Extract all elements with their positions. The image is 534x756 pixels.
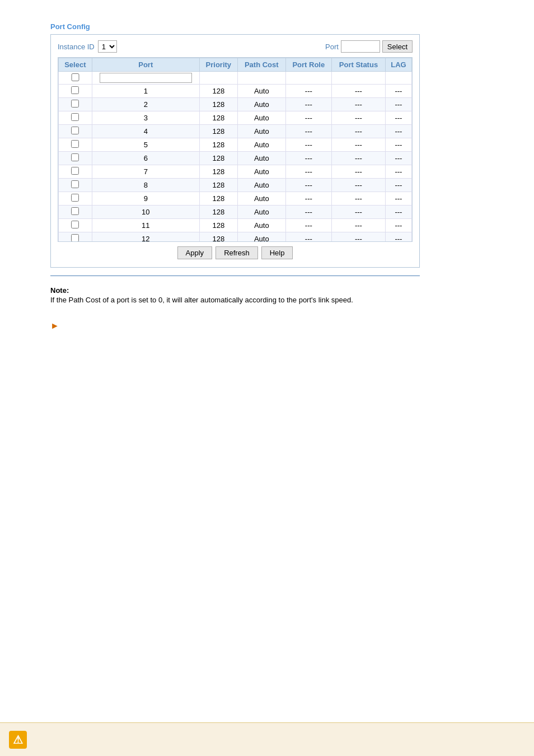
row-select-cell: [59, 192, 92, 206]
row-path-cost: Auto: [237, 179, 285, 192]
row-port-role: ---: [285, 219, 331, 232]
row-lag: ---: [385, 179, 411, 192]
refresh-button[interactable]: Refresh: [216, 246, 258, 259]
instance-id-select[interactable]: 1 2 3 4: [98, 40, 117, 53]
row-path-cost: Auto: [237, 125, 285, 138]
row-priority: 128: [199, 192, 237, 206]
row-port: 9: [92, 192, 199, 206]
row-lag: ---: [385, 85, 411, 98]
row-port-status: ---: [332, 206, 386, 219]
row-path-cost: Auto: [237, 111, 285, 125]
row-port-status: ---: [332, 152, 386, 165]
row-checkbox[interactable]: [71, 153, 79, 161]
table-body: 1 128 Auto --- --- --- 2 128 Auto --- --…: [59, 85, 412, 242]
row-select-cell: [59, 111, 92, 125]
row-path-cost: Auto: [237, 219, 285, 232]
row-path-cost: Auto: [237, 232, 285, 242]
col-header-port-status: Port Status: [332, 58, 386, 72]
row-priority: 128: [199, 165, 237, 179]
apply-button[interactable]: Apply: [177, 246, 213, 259]
note-text: If the Path Cost of a port is set to 0, …: [50, 296, 484, 304]
row-lag: ---: [385, 232, 411, 242]
row-select-cell: [59, 179, 92, 192]
row-port: 10: [92, 206, 199, 219]
row-port-role: ---: [285, 152, 331, 165]
instance-id-label: Instance ID: [58, 43, 95, 51]
warning-icon: ⚠: [9, 731, 27, 749]
row-port-role: ---: [285, 111, 331, 125]
row-select-cell: [59, 98, 92, 111]
row-priority: 128: [199, 206, 237, 219]
row-port: 5: [92, 138, 199, 152]
row-port-status: ---: [332, 219, 386, 232]
filter-port-input[interactable]: [100, 73, 192, 83]
row-select-cell: [59, 138, 92, 152]
row-port: 12: [92, 232, 199, 242]
table-row: 12 128 Auto --- --- ---: [59, 232, 412, 242]
table-row: 6 128 Auto --- --- ---: [59, 152, 412, 165]
row-select-cell: [59, 219, 92, 232]
table-row: 3 128 Auto --- --- ---: [59, 111, 412, 125]
row-port-role: ---: [285, 232, 331, 242]
row-port-status: ---: [332, 125, 386, 138]
chevron-right-icon: ►: [50, 321, 484, 331]
row-checkbox[interactable]: [71, 167, 79, 175]
row-checkbox[interactable]: [71, 207, 79, 215]
row-checkbox[interactable]: [71, 127, 79, 134]
action-row: Apply Refresh Help: [58, 246, 413, 259]
row-port: 6: [92, 152, 199, 165]
row-priority: 128: [199, 232, 237, 242]
row-priority: 128: [199, 98, 237, 111]
table-row: 5 128 Auto --- --- ---: [59, 138, 412, 152]
help-button[interactable]: Help: [261, 246, 293, 259]
table-row: 11 128 Auto --- --- ---: [59, 219, 412, 232]
table-row: 2 128 Auto --- --- ---: [59, 98, 412, 111]
row-port-role: ---: [285, 98, 331, 111]
row-priority: 128: [199, 152, 237, 165]
note-title: Note:: [50, 286, 69, 295]
row-select-cell: [59, 206, 92, 219]
filter-port-role-cell: [285, 72, 331, 85]
row-checkbox[interactable]: [71, 140, 79, 148]
row-port-status: ---: [332, 165, 386, 179]
filter-port-status-cell: [332, 72, 386, 85]
row-checkbox[interactable]: [71, 234, 79, 242]
select-button[interactable]: Select: [382, 40, 413, 53]
filter-priority-cell: [199, 72, 237, 85]
row-lag: ---: [385, 152, 411, 165]
row-port-role: ---: [285, 125, 331, 138]
row-port: 8: [92, 179, 199, 192]
row-select-cell: [59, 165, 92, 179]
row-priority: 128: [199, 111, 237, 125]
row-checkbox[interactable]: [71, 86, 79, 94]
port-input[interactable]: [341, 40, 380, 53]
row-port-status: ---: [332, 98, 386, 111]
table-row: 9 128 Auto --- --- ---: [59, 192, 412, 206]
row-checkbox[interactable]: [71, 180, 79, 188]
row-port: 7: [92, 165, 199, 179]
row-port-status: ---: [332, 179, 386, 192]
row-port: 11: [92, 219, 199, 232]
filter-select-cell: [59, 72, 92, 85]
port-table-wrapper: Select Port Priority Path Cost Port Role…: [58, 57, 413, 242]
row-lag: ---: [385, 138, 411, 152]
row-checkbox[interactable]: [71, 100, 79, 108]
row-path-cost: Auto: [237, 165, 285, 179]
filter-lag-cell: [385, 72, 411, 85]
table-header-row: Select Port Priority Path Cost Port Role…: [59, 58, 412, 72]
port-group: Port Select: [325, 40, 413, 53]
row-path-cost: Auto: [237, 206, 285, 219]
row-port-role: ---: [285, 192, 331, 206]
select-all-checkbox[interactable]: [63, 73, 88, 81]
row-lag: ---: [385, 165, 411, 179]
row-port: 4: [92, 125, 199, 138]
row-checkbox[interactable]: [71, 194, 79, 202]
col-header-priority: Priority: [199, 58, 237, 72]
row-port-status: ---: [332, 85, 386, 98]
config-header-row: Instance ID 1 2 3 4 Port Select: [58, 40, 413, 53]
row-checkbox[interactable]: [71, 113, 79, 121]
row-port-role: ---: [285, 206, 331, 219]
row-priority: 128: [199, 138, 237, 152]
section-divider: [50, 276, 420, 276]
row-checkbox[interactable]: [71, 221, 79, 228]
